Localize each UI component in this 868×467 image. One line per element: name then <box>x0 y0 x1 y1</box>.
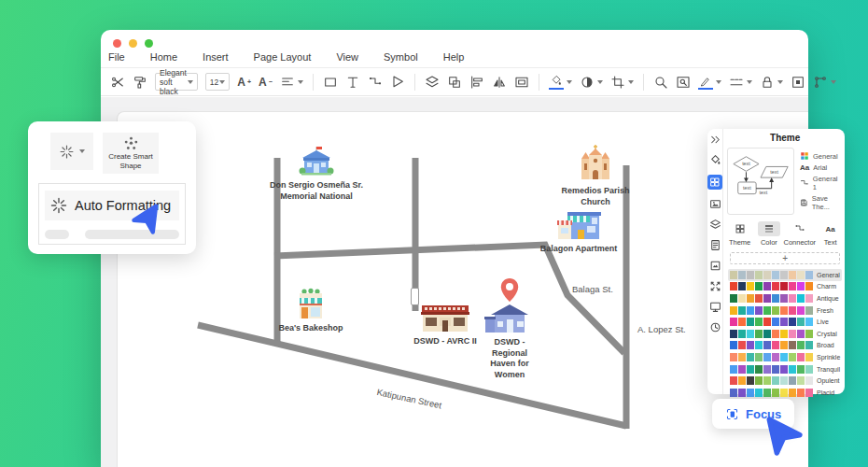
lock-button[interactable] <box>760 75 783 90</box>
fill-bucket-icon[interactable] <box>709 154 721 166</box>
font-size-select[interactable]: 12 <box>205 73 230 91</box>
theme-connector-setting[interactable]: General 1 <box>800 175 843 191</box>
palette-row-tranquil[interactable]: Tranquil <box>728 363 842 375</box>
font-family-select[interactable]: Elegant soft black <box>155 73 198 91</box>
svg-text:text: text <box>760 190 768 195</box>
drawing-page[interactable] <box>117 111 808 467</box>
spinner-icon <box>49 196 68 215</box>
selection-box-button[interactable] <box>791 75 805 90</box>
frame-icon <box>514 75 529 90</box>
crop-icon <box>610 75 625 90</box>
minimize-window-button[interactable] <box>129 39 137 48</box>
connection-points-button[interactable] <box>813 75 836 90</box>
close-window-button[interactable] <box>113 39 121 48</box>
save-theme-setting[interactable]: Save The... <box>800 194 843 211</box>
palette-swatches <box>730 271 813 279</box>
palette-row-charm[interactable]: Charm <box>728 281 842 293</box>
menu-file[interactable]: File <box>108 51 125 63</box>
palette-row-live[interactable]: Live <box>728 316 842 328</box>
palette-row-sprinkle[interactable]: Sprinkle <box>728 351 842 363</box>
theme-color-setting[interactable]: General <box>800 151 843 161</box>
group-button[interactable] <box>447 75 462 90</box>
text-icon <box>345 75 360 90</box>
palette-swatches <box>730 389 813 397</box>
palette-name: Crystal <box>817 331 837 337</box>
document-image-icon[interactable] <box>709 260 721 272</box>
palette-row-broad[interactable]: Broad <box>728 340 842 352</box>
window-titlebar <box>101 30 808 44</box>
theme-font-setting[interactable]: Aa Arial <box>800 163 843 172</box>
fill-color-button[interactable] <box>549 75 572 90</box>
align-icon <box>280 75 295 90</box>
shape-effect-icon <box>580 75 595 90</box>
theme-preview[interactable]: texttexttexttext <box>727 148 794 215</box>
pointer-tool-button[interactable] <box>390 75 405 90</box>
tab-label: Theme <box>729 238 750 247</box>
toolbar-separator <box>643 74 644 91</box>
menu-bar: File Home Insert Page Layout View Symbol… <box>101 44 808 68</box>
tab-theme[interactable]: Theme <box>725 221 754 247</box>
search-button[interactable] <box>653 75 668 90</box>
text-tool-button[interactable] <box>345 75 360 90</box>
text-align-button[interactable] <box>280 75 303 90</box>
image-icon[interactable] <box>709 198 721 210</box>
find-replace-button[interactable] <box>676 75 691 90</box>
palette-row-crystal[interactable]: Crystal <box>728 328 842 340</box>
tab-label: Connector <box>783 238 816 247</box>
connector-tool-button[interactable] <box>368 75 383 90</box>
smart-shape-dropdown-button[interactable] <box>50 133 93 170</box>
palette-swatches <box>730 376 813 385</box>
add-palette-button[interactable]: + <box>730 252 840 264</box>
tab-connector[interactable]: Connector <box>783 221 816 247</box>
expand-icon[interactable] <box>709 280 721 292</box>
canvas-area <box>101 97 808 467</box>
note-icon[interactable] <box>709 239 721 251</box>
frame-button[interactable] <box>514 75 529 90</box>
increase-font-button[interactable]: A+ <box>237 76 251 89</box>
tab-text[interactable]: Aa Text <box>816 221 845 247</box>
palette-row-general[interactable]: General <box>728 269 842 281</box>
line-style-button[interactable] <box>729 75 752 90</box>
theme-grid-icon[interactable] <box>707 175 722 190</box>
cut-button[interactable] <box>110 75 125 90</box>
current-theme-settings: General Aa Arial General 1 Save The... <box>794 148 843 215</box>
menu-symbol[interactable]: Symbol <box>384 51 418 63</box>
menu-help[interactable]: Help <box>443 51 465 63</box>
format-painter-icon <box>133 75 147 90</box>
palette-row-fresh[interactable]: Fresh <box>728 304 842 317</box>
decrease-font-button[interactable]: A− <box>259 76 273 89</box>
svg-text:text: text <box>770 169 778 175</box>
symbol-library-button[interactable] <box>425 75 440 90</box>
chevron-down-icon <box>777 80 783 84</box>
menu-home[interactable]: Home <box>150 51 177 63</box>
tab-color[interactable]: Color <box>754 221 783 247</box>
palette-row-antique[interactable]: Antique <box>728 292 842 304</box>
align-objects-icon <box>469 75 484 90</box>
create-smart-shape-button[interactable]: Create Smart Shape <box>103 133 159 174</box>
line-color-button[interactable] <box>698 75 721 90</box>
palette-row-opulent[interactable]: Opulent <box>728 375 842 387</box>
flip-button[interactable] <box>492 75 507 90</box>
save-theme-label: Save The... <box>812 194 844 211</box>
format-painter-button[interactable] <box>133 75 147 90</box>
chevron-down-icon <box>716 80 721 84</box>
chevron-down-icon <box>597 80 603 84</box>
palette-row-placid[interactable]: Placid <box>728 387 842 399</box>
menu-view[interactable]: View <box>336 51 358 63</box>
history-icon[interactable] <box>709 321 721 333</box>
menu-insert[interactable]: Insert <box>203 51 229 63</box>
rectangle-tool-button[interactable] <box>323 75 338 90</box>
app-window: File Home Insert Page Layout View Symbol… <box>101 30 808 467</box>
tab-label: Text <box>824 238 837 247</box>
chevron-down-icon <box>831 80 836 84</box>
crop-button[interactable] <box>610 75 634 90</box>
layers-icon[interactable] <box>709 219 721 231</box>
collapse-panel-icon[interactable] <box>709 134 721 146</box>
palette-swatches <box>730 341 813 349</box>
palette-name: Antique <box>817 295 839 302</box>
shape-effect-button[interactable] <box>580 75 603 90</box>
maximize-window-button[interactable] <box>145 39 153 48</box>
presentation-icon[interactable] <box>709 301 721 313</box>
menu-page-layout[interactable]: Page Layout <box>254 51 312 63</box>
align-objects-button[interactable] <box>469 75 484 90</box>
